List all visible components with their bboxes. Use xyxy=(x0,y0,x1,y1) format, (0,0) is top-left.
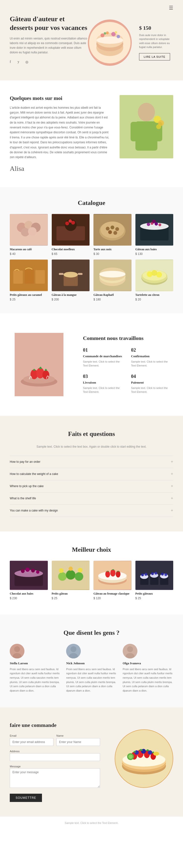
best-img-2 xyxy=(52,561,90,590)
testimonials-grid: Stella Larson Proin sed libero arcu sem … xyxy=(10,644,173,693)
svg-point-73 xyxy=(43,370,49,379)
how-step-text-3: Sample text. Click to select the Text El… xyxy=(83,386,125,394)
name-label: Name xyxy=(56,734,100,737)
catalogue-img-baies xyxy=(135,214,174,246)
how-step-title-1: Commande de marchandises xyxy=(83,354,125,358)
how-step-title-2: Confirmation xyxy=(131,354,173,358)
hero-section: ☰ Gâteau d'auteur et desserts pour vos v… xyxy=(0,0,183,81)
svg-point-130 xyxy=(128,754,133,759)
catalogue-name-4: Gâteau aux baies xyxy=(135,248,174,251)
faq-expand-icon-2[interactable]: + xyxy=(171,471,173,477)
hero-desc: Duis aute irure dolor in reprehenderit i… xyxy=(139,33,173,49)
catalogue-item-8: Tartelette au citron $ 20 xyxy=(135,259,174,301)
faq-question-4: What is the shelf life xyxy=(10,497,36,500)
signature: Alisa xyxy=(10,165,110,173)
svg-point-35 xyxy=(110,225,114,229)
testimonial-1: Stella Larson Proin sed libero arcu sem … xyxy=(10,644,60,693)
about-text: Quelques mots sur moi L'article éuidem e… xyxy=(10,95,110,173)
svg-point-60 xyxy=(99,271,125,277)
message-label: Message xyxy=(10,765,21,768)
svg-rect-55 xyxy=(78,273,82,275)
order-cake-image xyxy=(115,730,173,788)
faq-expand-icon-5[interactable]: + xyxy=(171,508,173,513)
submit-button[interactable]: Soumettre xyxy=(10,794,42,802)
faq-item-4[interactable]: What is the shelf life + xyxy=(10,492,173,504)
about-body: L'article éuidem est arrivé exprès les h… xyxy=(10,105,110,160)
svg-point-77 xyxy=(21,569,25,573)
hero-read-more-button[interactable]: LIRE LA SUITE xyxy=(139,53,170,60)
testimonials-section: Que disent les gens ? Stella Larson Proi… xyxy=(0,615,183,708)
catalogue-name-1: Macarons au café xyxy=(10,248,48,251)
svg-point-10 xyxy=(115,31,117,34)
catalogue-name-2: Chocolat moelleux xyxy=(52,248,90,251)
faq-expand-icon-1[interactable]: + xyxy=(171,459,173,464)
catalogue-item-7: Gâteau Raphaël $ 180 xyxy=(94,259,132,301)
best-price-3: $ 120 xyxy=(94,596,132,600)
svg-point-103 xyxy=(144,573,147,576)
best-item-1: Chocolat aux baies $ 230 xyxy=(10,561,48,600)
catalogue-grid: Macarons au café $ 40 Chocolat moelleux … xyxy=(10,214,173,301)
catalogue-name-6: Gâteau à la mangue xyxy=(52,293,90,297)
how-step-title-3: Livraison xyxy=(83,381,125,384)
name-input[interactable] xyxy=(56,738,100,746)
svg-point-131 xyxy=(153,752,159,756)
catalogue-price-3: $ 30 xyxy=(94,252,132,256)
twitter-icon[interactable]: y xyxy=(18,60,22,65)
address-label: Address xyxy=(10,750,20,753)
faq-item-2[interactable]: How to calculate the weight of a cake + xyxy=(10,468,173,480)
best-name-3: Gâteau au fromage classique xyxy=(94,592,132,595)
catalogue-item-1: Macarons au café $ 40 xyxy=(10,214,48,256)
svg-point-84 xyxy=(75,572,83,581)
svg-point-107 xyxy=(164,573,167,576)
testimonial-name-1: Stella Larson xyxy=(10,661,60,665)
svg-point-78 xyxy=(25,567,29,572)
catalogue-price-7: $ 180 xyxy=(94,298,132,301)
best-img-1 xyxy=(10,561,48,590)
message-textarea[interactable] xyxy=(10,768,100,788)
faq-subtitle: Sample text. Click to select the text bo… xyxy=(10,445,173,448)
svg-point-93 xyxy=(110,569,115,577)
how-steps: 01 Commande de marchandises Sample text.… xyxy=(83,347,173,394)
testimonial-text-3: Proin sed libero arcu sem sed fauibus. I… xyxy=(123,667,173,693)
how-step-num-2: 02 xyxy=(131,347,173,353)
facebook-icon[interactable]: f xyxy=(10,60,15,65)
svg-point-30 xyxy=(69,219,72,223)
catalogue-img-caramel xyxy=(10,259,48,291)
svg-point-104 xyxy=(151,572,154,575)
testimonial-3: Olga Ivanova Proin sed libero arcu sem s… xyxy=(123,644,173,693)
svg-point-102 xyxy=(141,574,144,576)
best-grid: Chocolat aux baies $ 230 Petits gâteau $ xyxy=(10,561,173,600)
faq-item-5[interactable]: You can make a cake with my design + xyxy=(10,504,173,517)
faq-expand-icon-4[interactable]: + xyxy=(171,496,173,501)
best-img-3 xyxy=(94,561,132,590)
address-input[interactable] xyxy=(10,753,100,761)
menu-icon[interactable]: ☰ xyxy=(169,5,173,11)
faq-question-5: You can make a cake with my design xyxy=(10,509,58,512)
catalogue-img-macaron xyxy=(10,214,48,246)
best-name-4: Petits gâteaux xyxy=(135,592,174,595)
instagram-icon[interactable]: ◎ xyxy=(25,60,30,65)
faq-title: Faits et questions xyxy=(10,430,173,438)
faq-item-3[interactable]: Where to pick up the cake + xyxy=(10,480,173,492)
catalogue-name-7: Gâteau Raphaël xyxy=(94,293,132,297)
svg-point-33 xyxy=(101,221,124,238)
svg-point-53 xyxy=(63,272,78,277)
email-input[interactable] xyxy=(10,738,53,746)
catalogue-item-4: Gâteau aux baies $ 130 xyxy=(135,214,174,256)
hero-socials: f y ◎ xyxy=(10,60,88,65)
best-price-4: $ 25 xyxy=(135,596,174,600)
svg-point-38 xyxy=(113,231,117,235)
testimonial-avatar-2 xyxy=(66,644,81,658)
catalogue-price-4: $ 130 xyxy=(135,252,174,256)
svg-point-34 xyxy=(106,227,110,230)
how-step-num-3: 03 xyxy=(83,374,125,379)
how-step-title-4: Paiement xyxy=(131,381,173,384)
faq-question-2: How to calculate the weight of a cake xyxy=(10,472,58,476)
faq-expand-icon-3[interactable]: + xyxy=(171,484,173,489)
footer-note: Sample text. Click to select the Text El… xyxy=(0,816,183,829)
svg-rect-48 xyxy=(14,271,23,283)
svg-point-46 xyxy=(152,220,156,223)
faq-item-1[interactable]: How to pay for an order + xyxy=(10,456,173,468)
svg-point-37 xyxy=(108,230,112,234)
svg-point-94 xyxy=(116,571,120,577)
